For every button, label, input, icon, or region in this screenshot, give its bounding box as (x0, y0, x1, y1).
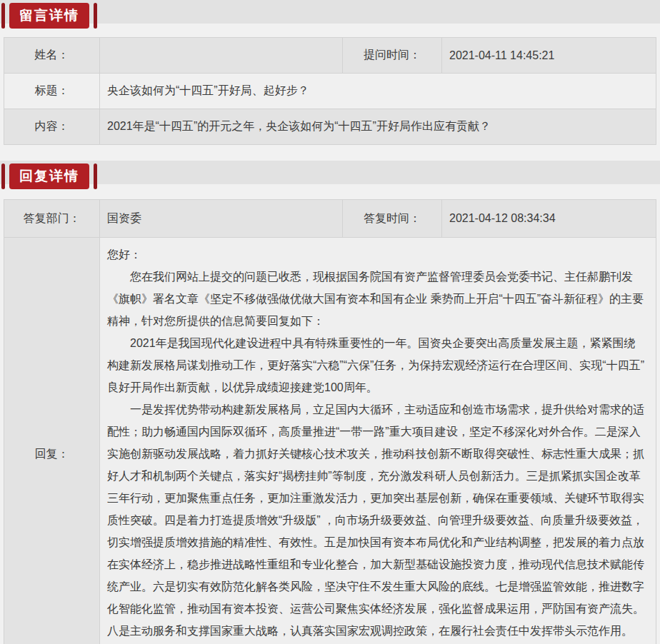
reply-paragraph: 一是发挥优势带动构建新发展格局，立足国内大循环，主动适应和创造市场需求，提升供给… (107, 398, 646, 642)
ask-time-label: 提问时间： (343, 38, 442, 74)
content-label: 内容： (4, 109, 100, 145)
reply-content: 您好： 您在我们网站上提交的问题已收悉，现根据国务院国有资产监督管理委员会党委书… (100, 238, 656, 644)
reply-paragraph: 您在我们网站上提交的问题已收悉，现根据国务院国有资产监督管理委员会党委书记、主任… (107, 266, 646, 332)
ribbon-left-bar (1, 163, 5, 189)
ribbon-right-bar (94, 163, 97, 189)
reply-paragraph: 您好： (107, 243, 646, 266)
reply-dept-label: 答复部门： (4, 200, 100, 238)
table-row: 回复： 您好： 您在我们网站上提交的问题已收悉，现根据国务院国有资产监督管理委员… (4, 238, 656, 644)
reply-details-table: 答复部门： 国资委 答复时间： 2021-04-12 08:34:34 回复： … (4, 199, 656, 644)
message-section-badge: 留言详情 (1, 3, 97, 29)
message-section-header-strip: 留言详情 (0, 0, 660, 24)
reply-section-badge: 回复详情 (1, 163, 97, 189)
table-row: 内容： 2021年是“十四五”的开元之年，央企该如何为“十四五”开好局作出应有贡… (4, 109, 656, 145)
table-row: 姓名： 提问时间： 2021-04-11 14:45:21 (4, 38, 656, 74)
table-row: 答复部门： 国资委 答复时间： 2021-04-12 08:34:34 (4, 200, 656, 238)
ribbon-left-bar (1, 3, 5, 29)
table-row: 标题： 央企该如何为“十四五”开好局、起好步？ (4, 74, 656, 109)
name-value (100, 38, 343, 74)
ribbon-right-bar (94, 3, 97, 29)
reply-section-title: 回复详情 (9, 163, 89, 189)
name-label: 姓名： (4, 38, 100, 74)
content-value: 2021年是“十四五”的开元之年，央企该如何为“十四五”开好局作出应有贡献？ (100, 109, 656, 145)
title-label: 标题： (4, 74, 100, 109)
reply-section-header-strip: 回复详情 (0, 161, 660, 184)
reply-dept-value: 国资委 (100, 200, 343, 238)
message-section-title: 留言详情 (9, 3, 89, 29)
title-value: 央企该如何为“十四五”开好局、起好步？ (100, 74, 656, 109)
reply-time-label: 答复时间： (343, 200, 442, 238)
reply-label: 回复： (4, 238, 100, 644)
ask-time-value: 2021-04-11 14:45:21 (442, 38, 656, 74)
reply-time-value: 2021-04-12 08:34:34 (442, 200, 656, 238)
message-details-table: 姓名： 提问时间： 2021-04-11 14:45:21 标题： 央企该如何为… (4, 37, 656, 145)
reply-paragraph: 2021年是我国现代化建设进程中具有特殊重要性的一年。国资央企要突出高质量发展主… (107, 332, 646, 398)
